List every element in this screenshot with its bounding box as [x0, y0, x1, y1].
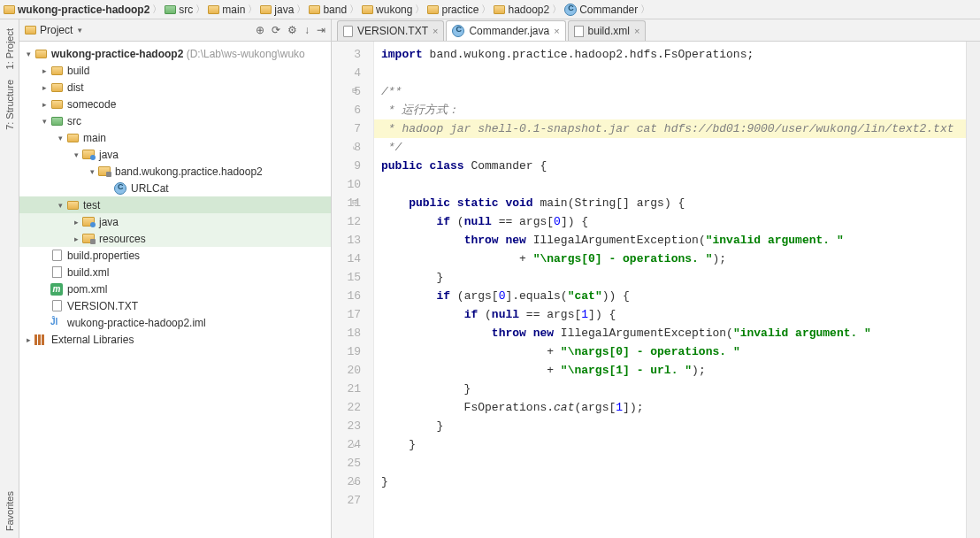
toolbar-button[interactable]: ↓	[304, 24, 310, 36]
editor-body[interactable]: 345⊟678⌞91011⊟12131415161718192021222324…	[332, 42, 980, 538]
tree-expander[interactable]: ▾	[87, 167, 97, 176]
toolbar-button[interactable]: ⇥	[317, 24, 325, 36]
breadcrumb-item[interactable]: java	[260, 4, 294, 16]
code-line[interactable]	[381, 175, 966, 194]
editor-scrollbar[interactable]	[966, 42, 980, 538]
tree-node[interactable]: build.xml	[19, 264, 331, 281]
code-line[interactable]: + "\nargs[1] - url. ");	[381, 361, 966, 380]
tree-node[interactable]: ▸build	[19, 62, 331, 79]
code-line[interactable]: /**	[381, 82, 966, 101]
fold-icon[interactable]: ⌞	[350, 138, 359, 157]
line-number: 7	[332, 119, 361, 138]
editor-tab[interactable]: VERSION.TXT×	[337, 20, 444, 41]
code-line[interactable]: if (null == args[1]) {	[381, 305, 966, 324]
fold-icon[interactable]: ⊟	[350, 82, 359, 101]
xml-file-icon	[574, 26, 584, 37]
line-number: 5⊟	[332, 82, 361, 101]
code-line[interactable]: }	[381, 417, 966, 435]
tree-node[interactable]: URLCat	[19, 180, 331, 196]
code-line[interactable]: throw new IllegalArgumentException("inva…	[381, 231, 966, 250]
line-number: 17	[332, 305, 361, 324]
toolbar-button[interactable]: ⟳	[272, 24, 280, 36]
tab-project[interactable]: 1: Project	[3, 23, 17, 74]
code-line[interactable]: + "\nargs[0] - operations. "	[381, 342, 966, 361]
code-line[interactable]	[381, 64, 966, 82]
code-line[interactable]: if (args[0].equals("cat")) {	[381, 287, 966, 305]
tree-node[interactable]: ▾test	[19, 196, 331, 213]
code-line[interactable]: */	[381, 138, 966, 157]
line-number: 15	[332, 268, 361, 287]
toolbar-button[interactable]: ⚙	[287, 24, 297, 36]
fold-icon[interactable]: ⌞	[350, 473, 359, 491]
breadcrumb-item[interactable]: band	[309, 4, 347, 16]
code-line[interactable]: * 运行方式：	[381, 101, 966, 119]
tree-expander[interactable]: ▸	[39, 83, 50, 92]
tree-node[interactable]: mpom.xml	[19, 281, 331, 297]
tree-expander[interactable]: ▾	[23, 50, 34, 58]
tree-expander[interactable]: ▾	[71, 150, 81, 159]
code-line[interactable]: public static void main(String[] args) {	[381, 194, 966, 212]
tree-node[interactable]: ▸External Libraries	[19, 331, 331, 348]
tree-node[interactable]: ▸resources	[19, 230, 331, 247]
tree-node[interactable]: ▾wukong-practice-hadoop2 (D:\Lab\ws-wuko…	[19, 45, 331, 62]
code-line[interactable]	[381, 491, 966, 510]
breadcrumb-item[interactable]: practice	[427, 4, 479, 16]
code-line[interactable]: import band.wukong.practice.hadoop2.hdfs…	[381, 45, 966, 64]
code-line[interactable]: }	[381, 268, 966, 287]
editor-tab[interactable]: Commander.java×	[446, 20, 565, 41]
tree-node[interactable]: ĴIwukong-practice-hadoop2.iml	[19, 314, 331, 331]
code-line[interactable]: }	[381, 435, 966, 454]
dropdown-icon[interactable]: ▼	[76, 27, 83, 35]
tree-node[interactable]: ▸dist	[19, 79, 331, 96]
tree-node[interactable]: ▾main	[19, 129, 331, 146]
breadcrumb-item[interactable]: Commander	[564, 4, 638, 16]
code-line[interactable]: FsOperations.cat(args[1]);	[381, 398, 966, 417]
code-line[interactable]: }	[381, 473, 966, 491]
tree-expander[interactable]: ▸	[71, 218, 81, 227]
source-folder-icon	[165, 5, 176, 14]
tree-node[interactable]: ▾band.wukong.practice.hadoop2	[19, 163, 331, 180]
tab-structure[interactable]: 7: Structure	[3, 74, 17, 135]
toolbar-button[interactable]: ⊕	[256, 24, 264, 36]
code-line[interactable]: if (null == args[0]) {	[381, 212, 966, 231]
tree-expander[interactable]: ▸	[39, 66, 50, 75]
tree-expander[interactable]: ▸	[39, 100, 50, 109]
file-icon	[52, 300, 62, 311]
tree-node[interactable]: ▸java	[19, 213, 331, 230]
fold-icon[interactable]: ⌞	[350, 435, 359, 454]
code-line[interactable]: + "\nargs[0] - operations. ");	[381, 250, 966, 268]
close-icon[interactable]: ×	[433, 26, 438, 36]
breadcrumb-label: band	[323, 4, 347, 16]
breadcrumb-item[interactable]: main	[208, 4, 245, 16]
breadcrumb-item[interactable]: wukong	[362, 4, 412, 16]
project-panel-title[interactable]: Project	[40, 24, 73, 36]
code-line[interactable]: throw new IllegalArgumentException("inva…	[381, 324, 966, 342]
editor-code[interactable]: import band.wukong.practice.hadoop2.hdfs…	[374, 42, 966, 538]
tree-node[interactable]: VERSION.TXT	[19, 297, 331, 314]
tree-expander[interactable]: ▸	[71, 234, 81, 243]
close-icon[interactable]: ×	[554, 26, 559, 36]
code-line[interactable]: * hadoop jar shell-0.1-snapshot.jar cat …	[374, 119, 966, 138]
tab-favorites[interactable]: Favorites	[4, 491, 15, 531]
tree-expander[interactable]: ▾	[55, 201, 65, 210]
breadcrumb-item[interactable]: hadoop2	[494, 4, 549, 16]
tree-expander[interactable]: ▾	[39, 117, 50, 126]
line-number: 26⌞	[332, 473, 361, 491]
tree-node[interactable]: ▾src	[19, 112, 331, 129]
tree-node[interactable]: build.properties	[19, 247, 331, 264]
breadcrumb-item[interactable]: wukong-practice-hadoop2	[4, 4, 149, 16]
editor-tab[interactable]: build.xml×	[568, 20, 647, 41]
code-line[interactable]: public class Commander {	[381, 157, 966, 175]
tree-node[interactable]: ▾java	[19, 146, 331, 163]
folder-icon	[494, 5, 505, 14]
editor-area: VERSION.TXT×Commander.java×build.xml× 34…	[332, 19, 980, 538]
fold-icon[interactable]: ⊟	[350, 194, 359, 212]
close-icon[interactable]: ×	[634, 26, 639, 36]
tree-expander[interactable]: ▾	[55, 134, 65, 142]
breadcrumb-item[interactable]: src	[165, 4, 193, 16]
tree-node[interactable]: ▸somecode	[19, 96, 331, 112]
code-line[interactable]	[381, 454, 966, 473]
code-line[interactable]: }	[381, 380, 966, 398]
project-tree[interactable]: ▾wukong-practice-hadoop2 (D:\Lab\ws-wuko…	[19, 42, 331, 538]
tree-expander[interactable]: ▸	[23, 335, 34, 344]
